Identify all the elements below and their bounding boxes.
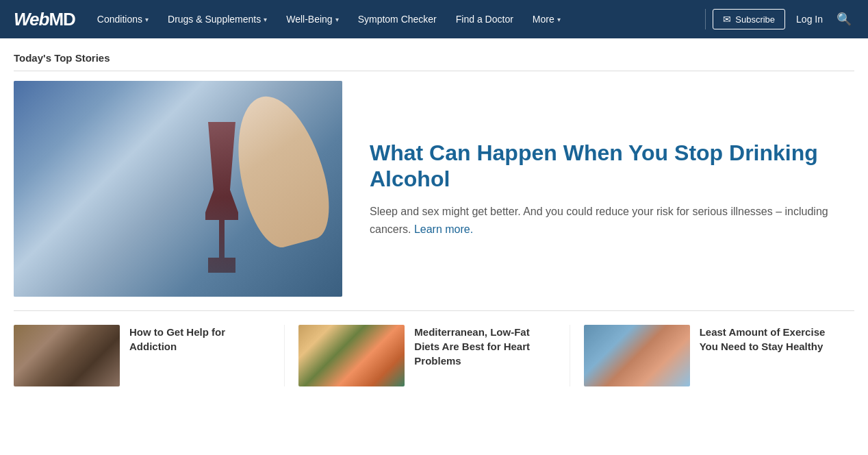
nav-item-symptom-checker[interactable]: Symptom Checker [348,0,446,38]
hero-image [14,81,342,297]
main-content: Today's Top Stories What Can Happen When… [0,38,868,386]
nav-item-more[interactable]: More ▾ [523,0,570,38]
card-3-text: Least Amount of Exercise You Need to Sta… [700,325,841,354]
search-icon[interactable]: 🔍 [834,12,854,27]
nav-item-wellbeing[interactable]: Well-Being ▾ [277,0,348,38]
card-3-title[interactable]: Least Amount of Exercise You Need to Sta… [700,325,841,354]
card-1-title[interactable]: How to Get Help for Addiction [129,325,270,354]
nav-item-find-doctor[interactable]: Find a Doctor [446,0,523,38]
section-divider [14,310,854,311]
hero-image-inner [14,81,342,297]
cards-row: How to Get Help for Addiction Mediterran… [14,325,854,386]
card-2-title[interactable]: Mediterranean, Low-Fat Diets Are Best fo… [414,325,555,368]
card-1-image [14,325,120,386]
card-2-text: Mediterranean, Low-Fat Diets Are Best fo… [414,325,555,368]
card-3: Least Amount of Exercise You Need to Sta… [570,325,854,386]
card-1: How to Get Help for Addiction [14,325,284,386]
nav-item-conditions[interactable]: Conditions ▾ [88,0,158,38]
chevron-down-icon: ▾ [264,16,267,23]
nav-items: Conditions ▾ Drugs & Supplements ▾ Well-… [88,0,698,38]
chevron-down-icon: ▾ [557,16,561,23]
card-2: Mediterranean, Low-Fat Diets Are Best fo… [284,325,569,386]
subscribe-button[interactable]: Subscribe [713,9,785,29]
section-title: Today's Top Stories [14,52,854,71]
chevron-down-icon: ▾ [335,16,339,23]
hero-text: What Can Happen When You Stop Drinking A… [370,140,854,238]
hero-title[interactable]: What Can Happen When You Stop Drinking A… [370,140,854,193]
card-1-text: How to Get Help for Addiction [129,325,270,354]
login-button[interactable]: Log In [791,14,828,25]
site-logo[interactable]: WebMD [14,9,75,30]
nav-divider [705,9,706,29]
card-3-image [584,325,690,386]
nav-right: Subscribe Log In 🔍 [713,9,854,29]
hero-description: Sleep and sex might get better. And you … [370,203,854,238]
main-nav: WebMD Conditions ▾ Drugs & Supplements ▾… [0,0,868,38]
nav-item-drugs[interactable]: Drugs & Supplements ▾ [158,0,277,38]
envelope-icon [723,14,731,25]
card-2-image [298,325,405,386]
hero-learn-more-link[interactable]: Learn more. [414,223,473,235]
chevron-down-icon: ▾ [145,16,149,23]
hero-section: What Can Happen When You Stop Drinking A… [14,81,854,297]
